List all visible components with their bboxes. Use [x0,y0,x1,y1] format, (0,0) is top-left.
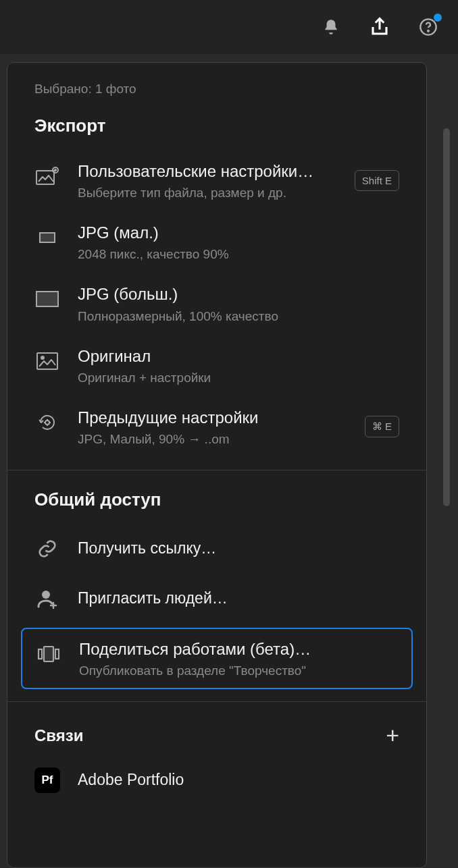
export-custom-settings[interactable]: Пользовательские настройки… Выберите тип… [7,150,426,211]
export-jpg-large-sub: Полноразмерный, 100% качество [78,309,399,324]
add-connection-button[interactable]: + [386,722,399,749]
svg-point-10 [45,421,49,425]
export-custom-sub: Выберите тип файла, размер и др. [78,186,337,200]
connection-adobe-portfolio[interactable]: Pf Adobe Portfolio [7,755,426,805]
export-jpg-large[interactable]: JPG (больш.) Полноразмерный, 100% качест… [7,273,426,334]
notifications-button[interactable] [320,16,342,38]
export-jpg-small-title: JPG (мал.) [78,222,399,243]
share-icon [370,17,390,37]
svg-rect-7 [38,293,57,305]
rect-small-icon [34,225,60,250]
svg-rect-15 [55,649,59,659]
portfolio-badge-icon: Pf [34,767,60,793]
export-custom-title: Пользовательские настройки… [78,161,337,182]
help-button[interactable] [417,16,439,38]
export-previous-sub: JPG, Малый, 90% → ..om [78,432,347,447]
image-settings-icon [34,163,60,189]
share-invite-people[interactable]: Пригласить людей… [7,574,426,624]
export-original-sub: Оригинал + настройки [78,371,399,385]
share-work-sub: Опубликовать в разделе "Творчество" [79,663,398,678]
connections-section-title: Связи [34,726,83,745]
carousel-icon [36,641,61,667]
history-icon [34,410,60,435]
share-menu-button[interactable] [369,16,390,38]
svg-point-11 [42,591,50,599]
share-export-panel: Выбрано: 1 фото Экспорт Пользовательские… [7,62,427,868]
share-get-link[interactable]: Получить ссылку… [7,524,426,574]
share-get-link-title: Получить ссылку… [78,539,399,559]
export-original-title: Оригинал [78,346,399,367]
svg-rect-5 [41,234,53,241]
share-section-title: Общий доступ [34,489,426,510]
export-jpg-small-sub: 2048 пикс., качество 90% [78,247,399,262]
export-custom-shortcut: Shift E [355,170,399,191]
export-section-title: Экспорт [34,115,426,136]
export-original[interactable]: Оригинал Оригинал + настройки [7,335,426,396]
connection-portfolio-title: Adobe Portfolio [78,770,399,790]
link-icon [34,536,60,562]
svg-rect-2 [36,171,54,184]
export-jpg-small[interactable]: JPG (мал.) 2048 пикс., качество 90% [7,211,426,273]
svg-point-9 [41,356,44,359]
divider [7,470,426,470]
scrollbar[interactable] [443,128,450,506]
image-icon [34,348,60,374]
selection-count: Выбрано: 1 фото [34,82,426,97]
svg-point-1 [428,30,429,32]
rect-large-icon [34,286,60,312]
share-work-highlighted[interactable]: Поделиться работами (бета)… Опубликовать… [21,628,413,689]
svg-rect-12 [44,647,53,661]
export-previous-shortcut: ⌘ E [365,416,399,437]
svg-rect-8 [37,353,57,369]
help-notification-dot [434,13,442,22]
export-previous-title: Предыдущие настройки [78,407,347,428]
person-add-icon [34,586,60,612]
share-invite-title: Пригласить людей… [78,589,399,609]
bell-icon [322,18,340,36]
export-previous-settings[interactable]: Предыдущие настройки JPG, Малый, 90% → .… [7,396,426,458]
export-jpg-large-title: JPG (больш.) [78,283,399,304]
svg-rect-14 [39,649,42,659]
top-toolbar [0,0,458,54]
share-work-title: Поделиться работами (бета)… [79,639,398,659]
